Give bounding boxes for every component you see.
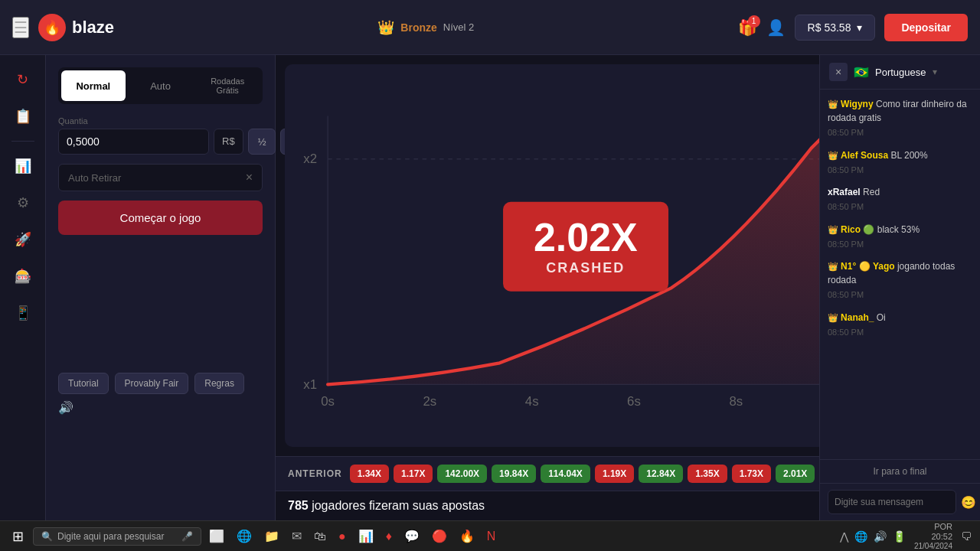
sidebar-icon-slots[interactable]: 🎰 <box>8 261 38 292</box>
notification-center-icon[interactable]: 🗨 <box>959 529 974 544</box>
taskbar-icon-chart2[interactable]: 📊 <box>354 526 378 546</box>
search-icon: 🔍 <box>41 531 53 542</box>
taskbar-icon-mail[interactable]: ✉ <box>287 526 306 546</box>
taskbar-icon-red3[interactable]: 🔴 <box>427 526 452 546</box>
balance-text: R$ 53.58 <box>808 21 851 34</box>
go-to-end-button[interactable]: Ir para o final <box>820 459 980 483</box>
chat-timestamp: 08:50 PM <box>828 164 972 177</box>
tab-free-rounds[interactable]: Rodadas Grátis <box>195 70 260 101</box>
provably-fair-button[interactable]: Provably Fair <box>115 373 189 394</box>
systray-up-arrow[interactable]: ⋀ <box>838 529 851 544</box>
taskbar-icon-whatsapp[interactable]: 💬 <box>400 526 424 546</box>
chat-input[interactable] <box>828 490 956 514</box>
logo-text: blaze <box>72 18 114 37</box>
close-chat-button[interactable]: × <box>829 63 848 81</box>
auto-retirar-section: Auto Retirar × <box>58 164 263 191</box>
sidebar-divider <box>11 141 34 142</box>
crash-multiplier: 2.02X <box>534 217 638 257</box>
menu-button[interactable]: ☰ <box>12 17 29 38</box>
sidebar-icon-settings[interactable]: ⚙ <box>8 187 38 218</box>
taskbar-icon-blaze[interactable]: 🔥 <box>455 526 479 546</box>
sidebar-icon-rocket[interactable]: 🚀 <box>8 224 38 255</box>
result-badge[interactable]: 12.84X <box>639 465 683 483</box>
sidebar-icon-list[interactable]: 📋 <box>8 101 38 132</box>
taskbar-right: ⋀ 🌐 🔊 🔋 POR 20:52 21/04/2024 🗨 <box>838 522 974 550</box>
user-profile-button[interactable]: 👤 <box>766 18 786 37</box>
main-layout: ↻ 📋 📊 ⚙ 🚀 🎰 📱 Normal Auto Rodadas Grátis… <box>0 55 980 520</box>
deposit-button[interactable]: Depositar <box>884 14 968 41</box>
bronze-badge: 👑 Bronze Nível 2 <box>377 19 474 36</box>
game-area: Normal Auto Rodadas Grátis Quantia R$ ½ … <box>46 55 819 520</box>
topbar-center: 👑 Bronze Nível 2 <box>126 19 726 36</box>
taskbar-search-text: Digite aqui para pesquisar <box>57 531 164 542</box>
taskbar-icon-netflix[interactable]: N <box>482 526 501 546</box>
result-badge[interactable]: 1.19X <box>595 465 634 483</box>
balance-button[interactable]: R$ 53.58 ▾ <box>795 15 876 41</box>
tier-text: Bronze <box>400 21 436 34</box>
user-crown-icon: 👑 <box>828 313 841 322</box>
topbar-left: ☰ 🔥 blaze <box>12 14 114 41</box>
half-button[interactable]: ½ <box>248 129 276 155</box>
taskbar-search-box[interactable]: 🔍 Digite aqui para pesquisar 🎤 <box>33 527 201 546</box>
chat-message-body: black 53% <box>877 224 920 235</box>
auto-retirar-close[interactable]: × <box>246 171 253 184</box>
result-badge[interactable]: 142.00X <box>437 465 487 483</box>
controls-wrapper: Normal Auto Rodadas Grátis Quantia R$ ½ … <box>46 55 819 520</box>
start-game-button[interactable]: Começar o jogo <box>58 201 263 235</box>
taskbar-icon-explorer[interactable]: 📁 <box>260 526 284 546</box>
taskbar-icon-taskview[interactable]: ⬜ <box>204 526 229 546</box>
result-badge[interactable]: 19.84X <box>492 465 536 483</box>
windows-taskbar: ⊞ 🔍 Digite aqui para pesquisar 🎤 ⬜ 🌐 📁 ✉… <box>0 520 980 551</box>
svg-text:x1: x1 <box>303 377 317 392</box>
taskbar-icon-red1[interactable]: ● <box>334 526 351 546</box>
players-count: 785 <box>288 499 309 512</box>
language-dropdown-arrow[interactable]: ▾ <box>933 67 937 77</box>
bottom-info-bar: 785 jogadores fizeram suas apostas R$699… <box>276 491 819 520</box>
controls-panel: Normal Auto Rodadas Grátis Quantia R$ ½ … <box>46 55 276 520</box>
emoji-button[interactable]: 😊 <box>961 495 976 510</box>
taskbar-icon-store[interactable]: 🛍 <box>309 526 331 546</box>
chat-messages: 👑 Wigyny Como tirar dinheiro da rodada g… <box>820 90 980 459</box>
gift-button[interactable]: 🎁 1 <box>738 18 757 37</box>
chat-panel: × 🇧🇷 Portuguese ▾ 👑 Wigyny Como tirar di… <box>819 55 980 520</box>
chat-username: Wigyny <box>841 99 874 109</box>
system-tray: ⋀ 🌐 🔊 🔋 <box>838 529 908 544</box>
auto-retirar-label: Auto Retirar <box>68 172 121 184</box>
systray-network[interactable]: 🌐 <box>852 529 870 544</box>
previous-label: ANTERIOR <box>288 468 342 479</box>
taskbar-icon-edge[interactable]: 🌐 <box>232 526 256 546</box>
chat-message: 👑 N1° 🟡 Yago jogando todas rodada 08:50 … <box>828 259 972 302</box>
tab-auto[interactable]: Auto <box>129 70 193 101</box>
chat-message: 👑 Wigyny Como tirar dinheiro da rodada g… <box>828 97 972 139</box>
chat-timestamp: 08:50 PM <box>828 126 972 139</box>
rules-button[interactable]: Regras <box>194 373 244 394</box>
notification-badge: 1 <box>748 15 760 28</box>
taskbar-icon-red2[interactable]: ♦ <box>381 526 397 546</box>
quantity-label: Quantia <box>58 116 263 126</box>
sidebar-icon-chart[interactable]: 📊 <box>8 151 38 181</box>
sidebar-icon-mobile[interactable]: 📱 <box>8 298 38 328</box>
crash-overlay: 2.02X CRASHED <box>503 202 668 292</box>
chat-message-body: Oi <box>877 312 886 323</box>
result-badge[interactable]: 1.73X <box>732 465 771 483</box>
chat-message-body: BL 200% <box>890 150 927 161</box>
result-badge[interactable]: 2.01X <box>776 465 815 483</box>
result-badge[interactable]: 1.34X <box>350 465 389 483</box>
sidebar-icon-refresh[interactable]: ↻ <box>8 64 38 95</box>
result-badge[interactable]: 1.35X <box>688 465 727 483</box>
systray-sound[interactable]: 🔊 <box>871 529 889 544</box>
svg-text:6s: 6s <box>627 394 641 409</box>
result-badge[interactable]: 1.17X <box>394 465 433 483</box>
language-indicator: POR <box>934 522 952 531</box>
tutorial-button[interactable]: Tutorial <box>58 373 109 394</box>
windows-start-button[interactable]: ⊞ <box>6 525 30 548</box>
sound-button[interactable]: 🔊 <box>58 400 74 415</box>
chat-input-row: 😊 ↑ <box>820 483 980 520</box>
chat-username: Nanah_ <box>841 312 874 323</box>
tab-normal[interactable]: Normal <box>61 70 126 101</box>
quantity-input[interactable] <box>58 129 209 155</box>
logo-icon: 🔥 <box>38 14 66 41</box>
language-flag: 🇧🇷 <box>854 65 869 80</box>
result-badge[interactable]: 114.04X <box>541 465 590 483</box>
crash-chart: x1 x2 0s 2s 4s 6s 8s 10s <box>285 64 819 447</box>
